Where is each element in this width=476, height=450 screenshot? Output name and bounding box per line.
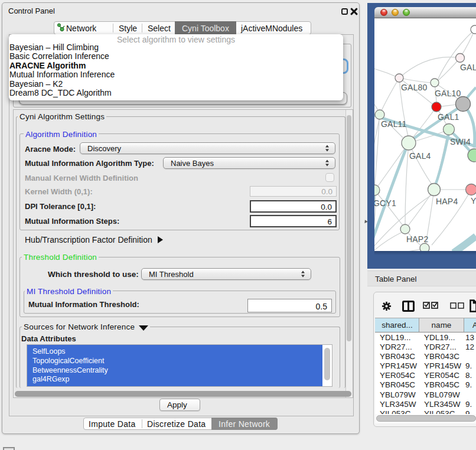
svg-text:GCY1: GCY1 — [374, 198, 396, 208]
svg-text:HAP4: HAP4 — [436, 197, 458, 206]
svg-text:SWI4: SWI4 — [450, 137, 471, 146]
svg-text:GAL4: GAL4 — [409, 151, 431, 161]
svg-text:GAL: GAL — [460, 63, 476, 72]
svg-text:Y: Y — [471, 196, 476, 206]
svg-text:GAL80: GAL80 — [401, 83, 428, 92]
svg-text:GAL10: GAL10 — [435, 89, 461, 98]
svg-text:HAP2: HAP2 — [406, 234, 428, 244]
svg-text:GAL1: GAL1 — [438, 112, 459, 122]
svg-text:GAL11: GAL11 — [381, 119, 407, 129]
